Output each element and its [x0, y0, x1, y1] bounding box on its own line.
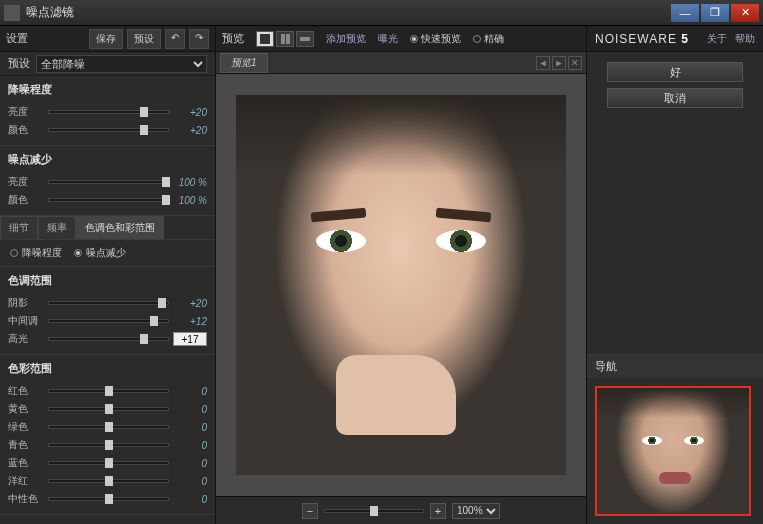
highlights-label: 高光	[8, 332, 44, 346]
shadows-label: 阴影	[8, 296, 44, 310]
view-single-button[interactable]	[256, 31, 274, 47]
zoom-select[interactable]: 100%	[452, 503, 500, 519]
luminance-value: +20	[173, 107, 207, 118]
color-0-label: 红色	[8, 384, 44, 398]
tab-tonal-color-range[interactable]: 色调色和彩范围	[76, 216, 164, 239]
undo-button[interactable]: ↶	[165, 29, 185, 49]
zoom-slider[interactable]	[324, 509, 424, 513]
tab-next-button[interactable]: ►	[552, 56, 566, 70]
color-value: +20	[173, 125, 207, 136]
luminance-label: 亮度	[8, 105, 44, 119]
ok-button[interactable]: 好	[607, 62, 743, 82]
color-5-label: 洋红	[8, 474, 44, 488]
preview-viewport[interactable]	[216, 74, 586, 496]
preset-button[interactable]: 预设	[127, 29, 161, 49]
color-3-label: 青色	[8, 438, 44, 452]
settings-panel: 设置 保存 预设 ↶ ↷ 预设 全部降噪 降噪程度 亮度 +20 颜色 +20	[0, 26, 216, 524]
nr-lum-value: 100 %	[173, 177, 207, 188]
cancel-button[interactable]: 取消	[607, 88, 743, 108]
settings-label: 设置	[6, 31, 28, 46]
shadows-slider[interactable]	[48, 301, 169, 305]
brand-label: NOISEWARE 5	[595, 32, 689, 46]
close-button[interactable]: ✕	[731, 4, 759, 22]
midtones-label: 中间调	[8, 314, 44, 328]
about-link[interactable]: 关于	[707, 32, 727, 46]
color-4-value: 0	[173, 458, 207, 469]
color-1-slider[interactable]	[48, 407, 169, 411]
color-4-slider[interactable]	[48, 461, 169, 465]
nr-col-label: 颜色	[8, 193, 44, 207]
navigator-thumbnail[interactable]	[595, 386, 751, 516]
noise-level-header: 降噪程度	[8, 82, 207, 97]
exposure-link[interactable]: 曝光	[378, 32, 398, 46]
color-2-value: 0	[173, 422, 207, 433]
detail-tabs: 细节 频率 色调色和彩范围	[0, 216, 215, 240]
view-split-h-button[interactable]	[276, 31, 294, 47]
app-icon	[4, 5, 20, 21]
color-3-slider[interactable]	[48, 443, 169, 447]
radio-noise-reduce[interactable]: 噪点减少	[74, 246, 126, 260]
color-0-value: 0	[173, 386, 207, 397]
nr-col-value: 100 %	[173, 195, 207, 206]
color-5-slider[interactable]	[48, 479, 169, 483]
window-title: 噪点滤镜	[26, 4, 671, 21]
color-4-label: 蓝色	[8, 456, 44, 470]
nr-col-slider[interactable]	[48, 198, 169, 202]
redo-button[interactable]: ↷	[189, 29, 209, 49]
color-6-slider[interactable]	[48, 497, 169, 501]
zoom-in-button[interactable]: +	[430, 503, 446, 519]
shadows-value: +20	[173, 298, 207, 309]
tab-close-button[interactable]: ✕	[568, 56, 582, 70]
color-slider[interactable]	[48, 128, 169, 132]
color-6-value: 0	[173, 494, 207, 505]
radio-noise-level[interactable]: 降噪程度	[10, 246, 62, 260]
preset-label: 预设	[8, 56, 30, 71]
nr-lum-slider[interactable]	[48, 180, 169, 184]
highlights-value[interactable]: +17	[173, 332, 207, 346]
minimize-button[interactable]: —	[671, 4, 699, 22]
tab-prev-button[interactable]: ◄	[536, 56, 550, 70]
tab-frequency[interactable]: 频率	[38, 216, 76, 239]
preview-label: 预览	[222, 31, 244, 46]
help-link[interactable]: 帮助	[735, 32, 755, 46]
color-label: 颜色	[8, 123, 44, 137]
highlights-slider[interactable]	[48, 337, 169, 341]
preview-panel: 预览 添加预览 曝光 快速预览 精确 预览1 ◄ ► ✕	[216, 26, 587, 524]
color-1-label: 黄色	[8, 402, 44, 416]
color-range-header: 色彩范围	[8, 361, 207, 376]
midtones-slider[interactable]	[48, 319, 169, 323]
preview-image	[236, 95, 566, 475]
color-0-slider[interactable]	[48, 389, 169, 393]
color-2-label: 绿色	[8, 420, 44, 434]
add-preview-link[interactable]: 添加预览	[326, 32, 366, 46]
midtones-value: +12	[173, 316, 207, 327]
color-1-value: 0	[173, 404, 207, 415]
view-split-v-button[interactable]	[296, 31, 314, 47]
radio-fast-preview[interactable]: 快速预览	[410, 32, 461, 46]
preset-select[interactable]: 全部降噪	[36, 55, 207, 73]
color-6-label: 中性色	[8, 492, 44, 506]
zoom-out-button[interactable]: −	[302, 503, 318, 519]
maximize-button[interactable]: ❐	[701, 4, 729, 22]
right-panel: NOISEWARE 5 关于 帮助 好 取消 导航	[587, 26, 763, 524]
radio-precise[interactable]: 精确	[473, 32, 504, 46]
preview-tab-1[interactable]: 预览1	[220, 53, 268, 73]
window-titlebar: 噪点滤镜 — ❐ ✕	[0, 0, 763, 26]
color-5-value: 0	[173, 476, 207, 487]
tab-detail[interactable]: 细节	[0, 216, 38, 239]
color-3-value: 0	[173, 440, 207, 451]
color-2-slider[interactable]	[48, 425, 169, 429]
tonal-range-header: 色调范围	[8, 273, 207, 288]
noise-reduce-header: 噪点减少	[8, 152, 207, 167]
luminance-slider[interactable]	[48, 110, 169, 114]
nr-lum-label: 亮度	[8, 175, 44, 189]
color-range-section: 色彩范围 红色 0黄色 0绿色 0青色 0蓝色 0洋红 0中性色 0	[0, 355, 215, 515]
navigator-header: 导航	[587, 355, 763, 378]
save-button[interactable]: 保存	[89, 29, 123, 49]
